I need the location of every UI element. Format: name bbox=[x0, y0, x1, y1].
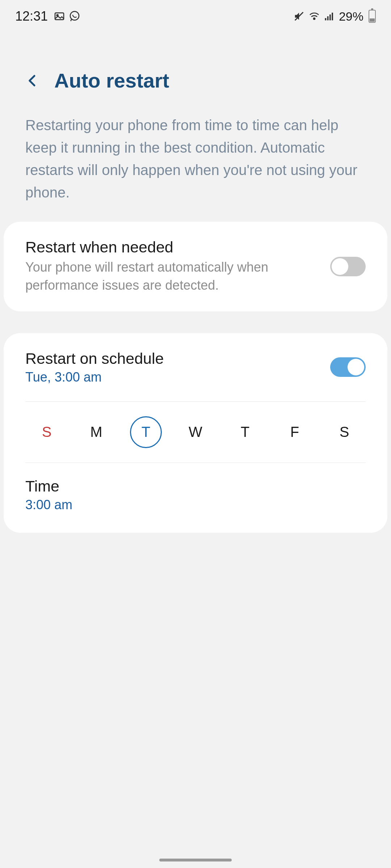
restart-on-schedule-row[interactable]: Restart on schedule Tue, 3:00 am bbox=[4, 333, 387, 401]
svg-point-4 bbox=[314, 18, 315, 20]
day-picker: SMTWTFS bbox=[4, 402, 387, 463]
day-1[interactable]: M bbox=[80, 416, 112, 448]
time-row[interactable]: Time 3:00 am bbox=[4, 463, 387, 533]
wifi-icon bbox=[308, 10, 320, 22]
day-6[interactable]: S bbox=[328, 416, 360, 448]
day-5[interactable]: F bbox=[279, 416, 311, 448]
battery-icon bbox=[369, 10, 376, 23]
restart-when-needed-toggle[interactable] bbox=[330, 257, 366, 276]
status-time: 12:31 bbox=[15, 9, 48, 24]
restart-when-needed-card: Restart when needed Your phone will rest… bbox=[4, 222, 387, 311]
restart-on-schedule-subtitle: Tue, 3:00 am bbox=[25, 370, 319, 385]
svg-rect-8 bbox=[332, 13, 333, 20]
battery-percent: 29% bbox=[339, 9, 363, 24]
image-notification-icon bbox=[54, 10, 65, 22]
restart-when-needed-title: Restart when needed bbox=[25, 238, 319, 256]
svg-rect-6 bbox=[327, 16, 329, 20]
nav-home-indicator[interactable] bbox=[159, 859, 232, 861]
day-0[interactable]: S bbox=[31, 416, 63, 448]
svg-rect-0 bbox=[55, 13, 64, 20]
status-left: 12:31 bbox=[15, 9, 80, 24]
page-description: Restarting your phone from time to time … bbox=[0, 107, 391, 222]
svg-rect-7 bbox=[329, 14, 331, 20]
day-4[interactable]: T bbox=[229, 416, 261, 448]
page-header: Auto restart bbox=[0, 33, 391, 107]
restart-when-needed-subtitle: Your phone will restart automatically wh… bbox=[25, 258, 319, 295]
restart-on-schedule-card: Restart on schedule Tue, 3:00 am SMTWTFS… bbox=[4, 333, 387, 533]
svg-rect-5 bbox=[325, 18, 326, 20]
page-title: Auto restart bbox=[54, 69, 169, 92]
restart-when-needed-row[interactable]: Restart when needed Your phone will rest… bbox=[4, 222, 387, 311]
restart-on-schedule-title: Restart on schedule bbox=[25, 350, 319, 367]
restart-on-schedule-toggle[interactable] bbox=[330, 357, 366, 377]
time-value: 3:00 am bbox=[25, 497, 366, 512]
back-button[interactable] bbox=[25, 71, 40, 91]
status-bar: 12:31 bbox=[0, 0, 391, 33]
status-notification-icons bbox=[54, 10, 80, 22]
status-right: 29% bbox=[293, 9, 376, 24]
day-2[interactable]: T bbox=[130, 416, 162, 448]
day-3[interactable]: W bbox=[180, 416, 211, 448]
signal-icon bbox=[324, 10, 335, 22]
whatsapp-icon bbox=[69, 10, 80, 22]
mute-icon bbox=[293, 10, 305, 22]
time-label: Time bbox=[25, 477, 366, 495]
